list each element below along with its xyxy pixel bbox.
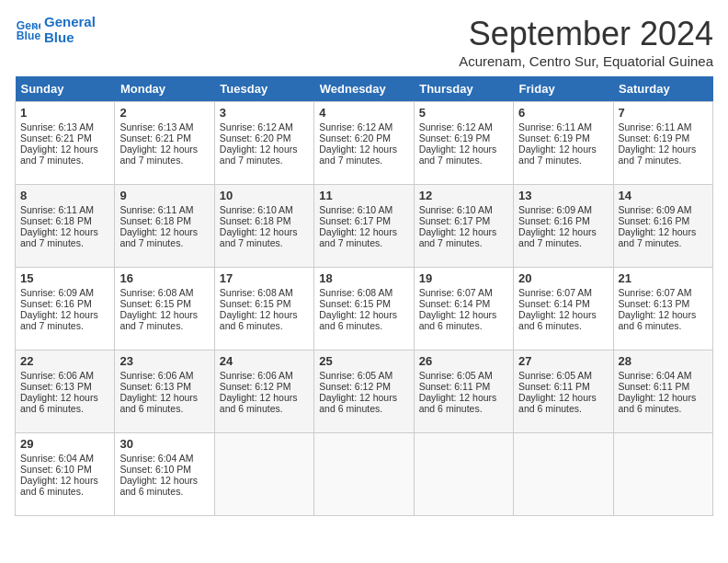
sunset-text: Sunset: 6:15 PM bbox=[319, 298, 391, 309]
day-number: 1 bbox=[20, 106, 109, 120]
calendar-cell: 21Sunrise: 6:07 AMSunset: 6:13 PMDayligh… bbox=[613, 268, 712, 350]
day-number: 15 bbox=[20, 271, 109, 285]
calendar-cell: 28Sunrise: 6:04 AMSunset: 6:11 PMDayligh… bbox=[613, 350, 712, 433]
sunrise-text: Sunrise: 6:12 AM bbox=[419, 121, 493, 132]
sunset-text: Sunset: 6:19 PM bbox=[619, 132, 690, 144]
header: General Blue General Blue September 2024… bbox=[15, 15, 713, 69]
calendar-cell: 2Sunrise: 6:13 AMSunset: 6:21 PMDaylight… bbox=[115, 102, 214, 185]
sunrise-text: Sunrise: 6:06 AM bbox=[20, 370, 94, 381]
calendar-cell: 3Sunrise: 6:12 AMSunset: 6:20 PMDaylight… bbox=[214, 102, 313, 185]
sunset-text: Sunset: 6:18 PM bbox=[220, 215, 291, 226]
daylight-text: Daylight: 12 hours and 6 minutes. bbox=[119, 392, 198, 414]
daylight-text: Daylight: 12 hours and 6 minutes. bbox=[319, 309, 397, 331]
calendar-cell bbox=[514, 433, 613, 516]
day-number: 9 bbox=[119, 189, 209, 202]
daylight-text: Daylight: 12 hours and 7 minutes. bbox=[220, 226, 298, 248]
day-number: 11 bbox=[319, 189, 408, 202]
sunset-text: Sunset: 6:21 PM bbox=[20, 132, 92, 144]
calendar-cell: 8Sunrise: 6:11 AMSunset: 6:18 PMDaylight… bbox=[16, 185, 115, 268]
logo-line2: Blue bbox=[44, 30, 96, 46]
calendar-cell: 23Sunrise: 6:06 AMSunset: 6:13 PMDayligh… bbox=[115, 350, 214, 433]
calendar-cell bbox=[314, 433, 414, 516]
day-number: 24 bbox=[220, 354, 309, 368]
day-number: 4 bbox=[319, 106, 408, 120]
sunset-text: Sunset: 6:16 PM bbox=[518, 215, 590, 226]
calendar-cell: 6Sunrise: 6:11 AMSunset: 6:19 PMDaylight… bbox=[514, 102, 613, 185]
daylight-text: Daylight: 12 hours and 7 minutes. bbox=[619, 144, 697, 166]
sunset-text: Sunset: 6:20 PM bbox=[220, 132, 291, 144]
sunrise-text: Sunrise: 6:05 AM bbox=[518, 370, 592, 381]
calendar-cell bbox=[414, 433, 513, 516]
calendar-cell: 1Sunrise: 6:13 AMSunset: 6:21 PMDaylight… bbox=[16, 102, 115, 185]
day-number: 22 bbox=[20, 354, 109, 368]
daylight-text: Daylight: 12 hours and 6 minutes. bbox=[319, 392, 397, 414]
sunrise-text: Sunrise: 6:08 AM bbox=[220, 287, 293, 298]
sunrise-text: Sunrise: 6:13 AM bbox=[119, 121, 193, 132]
daylight-text: Daylight: 12 hours and 7 minutes. bbox=[518, 226, 597, 248]
daylight-text: Daylight: 12 hours and 6 minutes. bbox=[119, 475, 198, 497]
calendar-week-row: 8Sunrise: 6:11 AMSunset: 6:18 PMDaylight… bbox=[16, 185, 713, 268]
sunrise-text: Sunrise: 6:10 AM bbox=[419, 204, 493, 215]
sunset-text: Sunset: 6:11 PM bbox=[518, 381, 590, 392]
day-number: 23 bbox=[119, 354, 209, 368]
day-number: 20 bbox=[518, 271, 608, 285]
sunset-text: Sunset: 6:17 PM bbox=[419, 215, 491, 226]
calendar-cell: 30Sunrise: 6:04 AMSunset: 6:10 PMDayligh… bbox=[115, 433, 214, 516]
calendar-cell: 15Sunrise: 6:09 AMSunset: 6:16 PMDayligh… bbox=[16, 268, 115, 350]
sunset-text: Sunset: 6:18 PM bbox=[119, 215, 191, 226]
sunset-text: Sunset: 6:15 PM bbox=[119, 298, 191, 309]
day-number: 21 bbox=[619, 271, 708, 285]
sunrise-text: Sunrise: 6:10 AM bbox=[319, 204, 392, 215]
day-number: 17 bbox=[220, 271, 309, 285]
sunset-text: Sunset: 6:14 PM bbox=[518, 298, 590, 309]
calendar-cell: 22Sunrise: 6:06 AMSunset: 6:13 PMDayligh… bbox=[16, 350, 115, 433]
calendar-cell: 11Sunrise: 6:10 AMSunset: 6:17 PMDayligh… bbox=[314, 185, 414, 268]
sunrise-text: Sunrise: 6:06 AM bbox=[220, 370, 293, 381]
sunset-text: Sunset: 6:12 PM bbox=[319, 381, 391, 392]
sunrise-text: Sunrise: 6:08 AM bbox=[119, 287, 193, 298]
sunset-text: Sunset: 6:21 PM bbox=[119, 132, 191, 144]
sunset-text: Sunset: 6:17 PM bbox=[319, 215, 391, 226]
month-title: September 2024 bbox=[459, 15, 713, 53]
sunset-text: Sunset: 6:13 PM bbox=[119, 381, 191, 392]
header-cell-sunday: Sunday bbox=[16, 76, 115, 102]
calendar-cell: 12Sunrise: 6:10 AMSunset: 6:17 PMDayligh… bbox=[414, 185, 513, 268]
sunrise-text: Sunrise: 6:13 AM bbox=[20, 121, 94, 132]
daylight-text: Daylight: 12 hours and 6 minutes. bbox=[419, 309, 497, 331]
calendar-cell: 4Sunrise: 6:12 AMSunset: 6:20 PMDaylight… bbox=[314, 102, 414, 185]
calendar-table: SundayMondayTuesdayWednesdayThursdayFrid… bbox=[15, 76, 713, 516]
calendar-cell: 16Sunrise: 6:08 AMSunset: 6:15 PMDayligh… bbox=[115, 268, 214, 350]
daylight-text: Daylight: 12 hours and 6 minutes. bbox=[220, 309, 298, 331]
sunrise-text: Sunrise: 6:08 AM bbox=[319, 287, 392, 298]
sunrise-text: Sunrise: 6:09 AM bbox=[518, 204, 592, 215]
sunset-text: Sunset: 6:12 PM bbox=[220, 381, 291, 392]
sunrise-text: Sunrise: 6:05 AM bbox=[319, 370, 392, 381]
logo: General Blue General Blue bbox=[15, 15, 96, 45]
sunset-text: Sunset: 6:16 PM bbox=[20, 298, 92, 309]
daylight-text: Daylight: 12 hours and 6 minutes. bbox=[619, 309, 697, 331]
calendar-cell: 9Sunrise: 6:11 AMSunset: 6:18 PMDaylight… bbox=[115, 185, 214, 268]
sunset-text: Sunset: 6:10 PM bbox=[20, 464, 92, 475]
sunset-text: Sunset: 6:18 PM bbox=[20, 215, 92, 226]
calendar-cell: 27Sunrise: 6:05 AMSunset: 6:11 PMDayligh… bbox=[514, 350, 613, 433]
daylight-text: Daylight: 12 hours and 7 minutes. bbox=[319, 144, 397, 166]
day-number: 25 bbox=[319, 354, 408, 368]
day-number: 14 bbox=[619, 189, 708, 202]
sunset-text: Sunset: 6:16 PM bbox=[619, 215, 690, 226]
sunset-text: Sunset: 6:20 PM bbox=[319, 132, 391, 144]
calendar-week-row: 29Sunrise: 6:04 AMSunset: 6:10 PMDayligh… bbox=[16, 433, 713, 516]
daylight-text: Daylight: 12 hours and 6 minutes. bbox=[220, 392, 298, 414]
daylight-text: Daylight: 12 hours and 6 minutes. bbox=[419, 392, 497, 414]
calendar-cell: 14Sunrise: 6:09 AMSunset: 6:16 PMDayligh… bbox=[613, 185, 712, 268]
sunrise-text: Sunrise: 6:05 AM bbox=[419, 370, 493, 381]
sunrise-text: Sunrise: 6:07 AM bbox=[419, 287, 493, 298]
location-subtitle: Acurenam, Centro Sur, Equatorial Guinea bbox=[459, 53, 713, 69]
day-number: 2 bbox=[119, 106, 209, 120]
calendar-cell: 7Sunrise: 6:11 AMSunset: 6:19 PMDaylight… bbox=[613, 102, 712, 185]
day-number: 30 bbox=[119, 437, 209, 451]
sunrise-text: Sunrise: 6:07 AM bbox=[518, 287, 592, 298]
sunset-text: Sunset: 6:10 PM bbox=[119, 464, 191, 475]
logo-icon: General Blue bbox=[15, 17, 40, 43]
calendar-cell: 17Sunrise: 6:08 AMSunset: 6:15 PMDayligh… bbox=[214, 268, 313, 350]
day-number: 18 bbox=[319, 271, 408, 285]
